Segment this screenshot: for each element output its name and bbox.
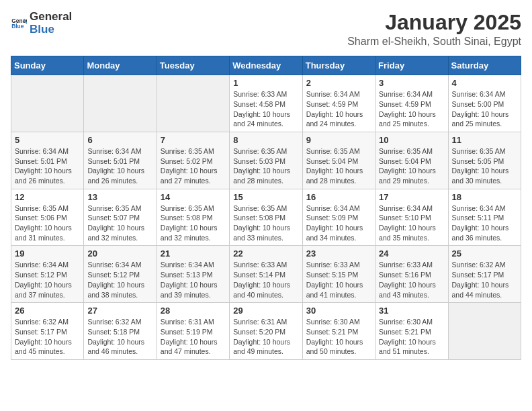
calendar-cell xyxy=(11,75,84,132)
calendar-cell: 21Sunrise: 6:34 AMSunset: 5:13 PMDayligh… xyxy=(157,246,229,303)
calendar-cell: 1Sunrise: 6:33 AMSunset: 4:58 PMDaylight… xyxy=(230,75,302,132)
day-number: 28 xyxy=(161,306,226,316)
day-info: Sunrise: 6:32 AMSunset: 5:17 PMDaylight:… xyxy=(452,260,517,300)
calendar-cell: 30Sunrise: 6:30 AMSunset: 5:21 PMDayligh… xyxy=(302,303,375,360)
day-number: 11 xyxy=(452,135,517,145)
calendar-cell xyxy=(448,303,521,360)
calendar-cell: 18Sunrise: 6:34 AMSunset: 5:11 PMDayligh… xyxy=(448,189,521,246)
calendar-cell: 31Sunrise: 6:30 AMSunset: 5:21 PMDayligh… xyxy=(375,303,448,360)
day-info: Sunrise: 6:30 AMSunset: 5:21 PMDaylight:… xyxy=(306,317,371,357)
page-header: General Blue General Blue January 2025 S… xyxy=(11,11,521,48)
calendar-cell: 19Sunrise: 6:34 AMSunset: 5:12 PMDayligh… xyxy=(11,246,84,303)
svg-text:Blue: Blue xyxy=(11,23,24,30)
day-number: 20 xyxy=(87,248,152,259)
calendar-cell: 25Sunrise: 6:32 AMSunset: 5:17 PMDayligh… xyxy=(448,246,521,303)
day-number: 5 xyxy=(15,135,80,145)
calendar-cell: 28Sunrise: 6:31 AMSunset: 5:19 PMDayligh… xyxy=(157,303,229,360)
day-number: 12 xyxy=(15,192,80,202)
day-number: 2 xyxy=(306,78,371,88)
calendar-cell: 16Sunrise: 6:34 AMSunset: 5:09 PMDayligh… xyxy=(302,189,375,246)
calendar-day-header: Saturday xyxy=(448,56,521,75)
day-number: 27 xyxy=(87,306,152,316)
calendar-cell: 22Sunrise: 6:33 AMSunset: 5:14 PMDayligh… xyxy=(230,246,302,303)
calendar-cell: 23Sunrise: 6:33 AMSunset: 5:15 PMDayligh… xyxy=(302,246,375,303)
calendar-cell: 20Sunrise: 6:34 AMSunset: 5:12 PMDayligh… xyxy=(84,246,157,303)
calendar-cell: 15Sunrise: 6:35 AMSunset: 5:08 PMDayligh… xyxy=(230,189,302,246)
day-number: 13 xyxy=(87,192,152,202)
logo-general-text: General xyxy=(30,11,72,24)
day-info: Sunrise: 6:34 AMSunset: 5:10 PMDaylight:… xyxy=(379,203,444,243)
calendar-cell: 9Sunrise: 6:35 AMSunset: 5:04 PMDaylight… xyxy=(302,132,375,189)
calendar-cell: 8Sunrise: 6:35 AMSunset: 5:03 PMDaylight… xyxy=(230,132,302,189)
calendar-day-header: Sunday xyxy=(11,56,84,75)
day-info: Sunrise: 6:34 AMSunset: 5:09 PMDaylight:… xyxy=(306,203,371,243)
calendar-cell: 13Sunrise: 6:35 AMSunset: 5:07 PMDayligh… xyxy=(84,189,157,246)
calendar-cell: 4Sunrise: 6:34 AMSunset: 5:00 PMDaylight… xyxy=(448,75,521,132)
day-info: Sunrise: 6:33 AMSunset: 4:58 PMDaylight:… xyxy=(233,89,298,129)
day-info: Sunrise: 6:35 AMSunset: 5:03 PMDaylight:… xyxy=(233,146,298,186)
day-number: 8 xyxy=(233,135,298,145)
calendar-table: SundayMondayTuesdayWednesdayThursdayFrid… xyxy=(11,56,521,360)
calendar-week-row: 26Sunrise: 6:32 AMSunset: 5:17 PMDayligh… xyxy=(11,303,521,360)
day-number: 10 xyxy=(379,135,444,145)
day-info: Sunrise: 6:33 AMSunset: 5:14 PMDaylight:… xyxy=(233,260,298,300)
day-info: Sunrise: 6:34 AMSunset: 5:00 PMDaylight:… xyxy=(452,89,517,129)
day-number: 15 xyxy=(233,192,298,202)
calendar-cell: 7Sunrise: 6:35 AMSunset: 5:02 PMDaylight… xyxy=(157,132,229,189)
calendar-cell: 14Sunrise: 6:35 AMSunset: 5:08 PMDayligh… xyxy=(157,189,229,246)
day-info: Sunrise: 6:34 AMSunset: 4:59 PMDaylight:… xyxy=(379,89,444,129)
day-number: 1 xyxy=(233,78,298,88)
logo: General Blue General Blue xyxy=(11,11,72,36)
day-number: 30 xyxy=(306,306,371,316)
day-number: 19 xyxy=(15,248,80,259)
location-title: Sharm el-Sheikh, South Sinai, Egypt xyxy=(347,36,521,48)
logo-blue-text: Blue xyxy=(30,24,72,36)
day-number: 18 xyxy=(452,192,517,202)
day-info: Sunrise: 6:35 AMSunset: 5:07 PMDaylight:… xyxy=(87,203,152,243)
calendar-cell: 11Sunrise: 6:35 AMSunset: 5:05 PMDayligh… xyxy=(448,132,521,189)
calendar-week-row: 12Sunrise: 6:35 AMSunset: 5:06 PMDayligh… xyxy=(11,189,521,246)
logo-icon: General Blue xyxy=(11,15,27,32)
day-info: Sunrise: 6:33 AMSunset: 5:15 PMDaylight:… xyxy=(306,260,371,300)
day-number: 29 xyxy=(233,306,298,316)
day-info: Sunrise: 6:32 AMSunset: 5:17 PMDaylight:… xyxy=(15,317,80,357)
day-info: Sunrise: 6:34 AMSunset: 5:12 PMDaylight:… xyxy=(87,260,152,300)
month-title: January 2025 xyxy=(347,11,521,34)
calendar-cell: 3Sunrise: 6:34 AMSunset: 4:59 PMDaylight… xyxy=(375,75,448,132)
day-number: 14 xyxy=(161,192,226,202)
calendar-cell: 2Sunrise: 6:34 AMSunset: 4:59 PMDaylight… xyxy=(302,75,375,132)
day-info: Sunrise: 6:31 AMSunset: 5:20 PMDaylight:… xyxy=(233,317,298,357)
day-info: Sunrise: 6:34 AMSunset: 4:59 PMDaylight:… xyxy=(306,89,371,129)
calendar-day-header: Wednesday xyxy=(230,56,302,75)
day-number: 6 xyxy=(87,135,152,145)
day-info: Sunrise: 6:35 AMSunset: 5:08 PMDaylight:… xyxy=(161,203,226,243)
calendar-week-row: 1Sunrise: 6:33 AMSunset: 4:58 PMDaylight… xyxy=(11,75,521,132)
title-section: January 2025 Sharm el-Sheikh, South Sina… xyxy=(347,11,521,48)
calendar-cell: 12Sunrise: 6:35 AMSunset: 5:06 PMDayligh… xyxy=(11,189,84,246)
calendar-cell xyxy=(157,75,229,132)
calendar-day-header: Tuesday xyxy=(157,56,229,75)
day-number: 7 xyxy=(161,135,226,145)
day-number: 23 xyxy=(306,248,371,259)
calendar-week-row: 5Sunrise: 6:34 AMSunset: 5:01 PMDaylight… xyxy=(11,132,521,189)
day-info: Sunrise: 6:33 AMSunset: 5:16 PMDaylight:… xyxy=(379,260,444,300)
day-info: Sunrise: 6:34 AMSunset: 5:11 PMDaylight:… xyxy=(452,203,517,243)
calendar-cell xyxy=(84,75,157,132)
day-info: Sunrise: 6:35 AMSunset: 5:04 PMDaylight:… xyxy=(306,146,371,186)
calendar-week-row: 19Sunrise: 6:34 AMSunset: 5:12 PMDayligh… xyxy=(11,246,521,303)
day-info: Sunrise: 6:34 AMSunset: 5:13 PMDaylight:… xyxy=(161,260,226,300)
calendar-header-row: SundayMondayTuesdayWednesdayThursdayFrid… xyxy=(11,56,521,75)
calendar-cell: 27Sunrise: 6:32 AMSunset: 5:18 PMDayligh… xyxy=(84,303,157,360)
day-number: 26 xyxy=(15,306,80,316)
calendar-cell: 6Sunrise: 6:34 AMSunset: 5:01 PMDaylight… xyxy=(84,132,157,189)
day-number: 3 xyxy=(379,78,444,88)
day-number: 9 xyxy=(306,135,371,145)
day-number: 22 xyxy=(233,248,298,259)
day-number: 17 xyxy=(379,192,444,202)
day-info: Sunrise: 6:31 AMSunset: 5:19 PMDaylight:… xyxy=(161,317,226,357)
day-info: Sunrise: 6:34 AMSunset: 5:01 PMDaylight:… xyxy=(87,146,152,186)
day-info: Sunrise: 6:35 AMSunset: 5:06 PMDaylight:… xyxy=(15,203,80,243)
day-info: Sunrise: 6:35 AMSunset: 5:05 PMDaylight:… xyxy=(452,146,517,186)
day-number: 21 xyxy=(161,248,226,259)
calendar-cell: 24Sunrise: 6:33 AMSunset: 5:16 PMDayligh… xyxy=(375,246,448,303)
